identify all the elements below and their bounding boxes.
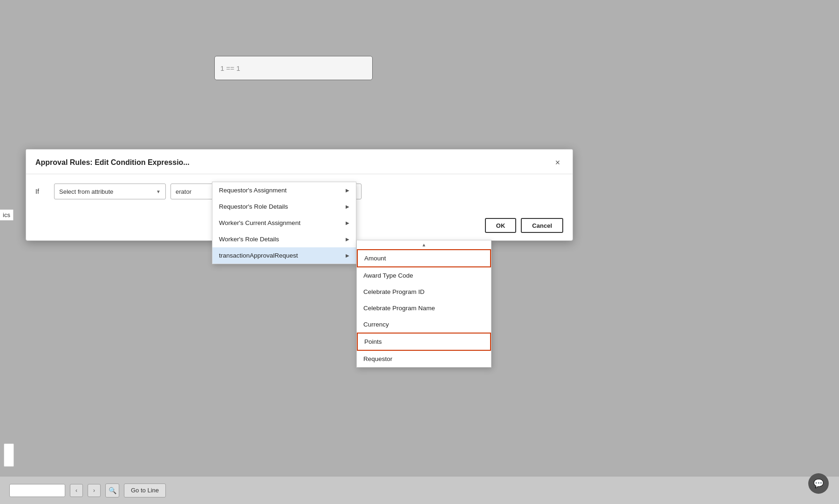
bottom-bar: ‹ › 🔍 Go to Line: [0, 476, 839, 504]
submenu-chevron: ▶: [346, 220, 349, 225]
menu-item-label: Worker's Current Assignment: [219, 219, 300, 226]
menu-item-label: Requestor: [363, 355, 392, 362]
menu-item-requestors-role[interactable]: Requestor's Role Details ▶: [212, 198, 356, 215]
menu-item-currency[interactable]: Currency: [357, 316, 491, 333]
menu-item-label: Points: [364, 338, 382, 345]
ok-button[interactable]: OK: [485, 218, 517, 233]
if-label: If: [35, 188, 49, 195]
submenu-chevron: ▶: [346, 188, 349, 193]
submenu-chevron: ▶: [346, 204, 349, 209]
attribute-dropdown-arrow: ▼: [156, 189, 161, 194]
menu-item-label: Requestor's Assignment: [219, 187, 286, 194]
menu-item-award-type-code[interactable]: Award Type Code: [357, 267, 491, 284]
menu-item-celebrate-program-name[interactable]: Celebrate Program Name: [357, 300, 491, 316]
menu-item-label: Worker's Role Details: [219, 236, 279, 243]
scroll-up-indicator[interactable]: ▲: [357, 240, 491, 249]
goto-line-button[interactable]: Go to Line: [124, 484, 166, 497]
left-edge-label: ics: [0, 210, 14, 220]
chat-icon-button[interactable]: 💬: [808, 473, 829, 494]
cancel-button[interactable]: Cancel: [521, 218, 563, 233]
nav-prev-button[interactable]: ‹: [70, 484, 83, 497]
bottom-left-box: [4, 443, 14, 467]
expression-box: 1 == 1: [214, 56, 373, 80]
search-button[interactable]: 🔍: [105, 484, 119, 497]
menu-item-label: Celebrate Program Name: [363, 305, 435, 312]
submenu-chevron: ▶: [346, 237, 349, 242]
attribute-dropdown[interactable]: Select from attribute ▼: [54, 184, 166, 199]
menu-item-requestor[interactable]: Requestor: [357, 351, 491, 367]
menu-item-label: Amount: [364, 255, 386, 262]
menu-item-amount[interactable]: Amount: [357, 249, 491, 267]
expression-text: 1 == 1: [220, 64, 240, 72]
menu-item-transaction-approval-request[interactable]: transactionApprovalRequest ▶: [212, 247, 356, 264]
menu-item-points[interactable]: Points: [357, 333, 491, 351]
menu-item-label: transactionApprovalRequest: [219, 252, 298, 259]
menu-item-workers-current-assignment[interactable]: Worker's Current Assignment ▶: [212, 215, 356, 231]
menu-item-label: Celebrate Program ID: [363, 288, 424, 295]
submenu-chevron: ▶: [346, 253, 349, 258]
nav-next-button[interactable]: ›: [88, 484, 101, 497]
menu-item-celebrate-program-id[interactable]: Celebrate Program ID: [357, 284, 491, 300]
menu-item-label: Award Type Code: [363, 272, 413, 279]
attribute-menu-level2: ▲ Amount Award Type Code Celebrate Progr…: [356, 240, 491, 368]
dialog-header: Approval Rules: Edit Condition Expressio…: [26, 150, 573, 174]
menu-item-label: Currency: [363, 321, 389, 328]
operator-dropdown-label: erator: [176, 188, 191, 195]
attribute-menu-level1: Requestor's Assignment ▶ Requestor's Rol…: [212, 182, 356, 264]
chat-icon-symbol: 💬: [813, 478, 824, 489]
attribute-dropdown-label: Select from attribute: [59, 188, 113, 195]
dialog-title: Approval Rules: Edit Condition Expressio…: [35, 158, 190, 167]
dialog-close-button[interactable]: ×: [552, 157, 563, 168]
menu-item-requestors-assignment[interactable]: Requestor's Assignment ▶: [212, 182, 356, 198]
menu-item-label: Requestor's Role Details: [219, 203, 288, 210]
menu-item-workers-role-details[interactable]: Worker's Role Details ▶: [212, 231, 356, 247]
line-input[interactable]: [9, 484, 65, 497]
